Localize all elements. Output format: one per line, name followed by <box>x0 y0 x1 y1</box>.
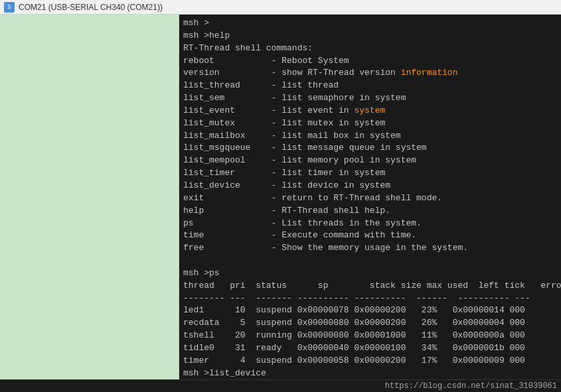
window-title: COM21 (USB-SERIAL CH340 (COM21)) <box>19 3 163 12</box>
line-7: list_sem - list semaphore in system <box>183 93 406 103</box>
line-9: list_mutex - list mutex in system <box>183 118 385 128</box>
ps-row-1: led1 10 suspend 0x00000078 0x00000200 23… <box>183 305 525 315</box>
url-bar: https://blog.csdn.net/sinat_31039061 <box>0 379 561 392</box>
ps-row-4: tidle0 31 ready 0x00000040 0x00000100 34… <box>183 343 525 353</box>
line-15: exit - return to RT-Thread shell mode. <box>183 193 442 203</box>
line-20: msh >ps <box>183 268 220 278</box>
line-10: list_mailbox - list mail box in system <box>183 131 401 141</box>
line-16: help - RT-Thread shell help. <box>183 206 390 216</box>
line-3: RT-Thread shell commands: <box>183 43 313 53</box>
ps-row-5: timer 4 suspend 0x00000058 0x00000200 17… <box>183 356 525 365</box>
app-icon: S <box>4 2 15 13</box>
line-12: list_mempool - list memory pool in syste… <box>183 155 416 165</box>
main-area: msh > msh >help RT-Thread shell commands… <box>0 15 561 379</box>
line-21: msh >list_device <box>183 368 266 378</box>
line-5: version - show RT-Thread version informa… <box>183 68 457 78</box>
line-2: msh >help <box>183 31 230 40</box>
line-18: time - Execute command with time. <box>183 230 416 240</box>
line-11: list_msgqueue - list message queue in sy… <box>183 143 427 153</box>
line-13: list_timer - list timer in system <box>183 168 385 178</box>
ps-row-2: recdata 5 suspend 0x00000080 0x00000200 … <box>183 318 525 328</box>
line-19: free - Show the memory usage in the syst… <box>183 243 468 253</box>
line-8: list_event - list event in system <box>183 105 385 115</box>
line-17: ps - List threads in the system. <box>183 218 422 228</box>
terminal-output: msh > msh >help RT-Thread shell commands… <box>183 17 557 379</box>
url-text: https://blog.csdn.net/sinat_31039061 <box>385 381 557 391</box>
sidebar <box>0 15 179 379</box>
line-4: reboot - Reboot System <box>183 56 349 66</box>
ps-row-3: tshell 20 running 0x00000080 0x00001000 … <box>183 330 525 340</box>
line-1: msh > <box>183 18 209 28</box>
title-bar: S COM21 (USB-SERIAL CH340 (COM21)) <box>0 0 561 15</box>
line-6: list_thread - list thread <box>183 80 339 90</box>
ps-header: thread pri status sp stack size max used… <box>183 281 561 291</box>
terminal[interactable]: msh > msh >help RT-Thread shell commands… <box>179 15 561 379</box>
line-14: list_device - list device in system <box>183 180 390 190</box>
ps-divider: -------- --- ------- ---------- --------… <box>183 293 530 303</box>
